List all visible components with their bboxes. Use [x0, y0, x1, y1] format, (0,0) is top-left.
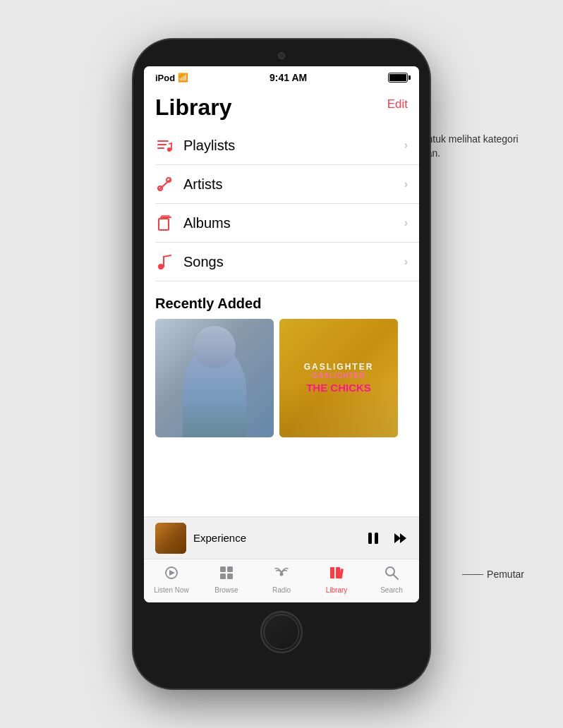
svg-point-8: [167, 178, 171, 182]
library-header: Library Edit: [144, 86, 419, 126]
tab-search[interactable]: Search: [364, 565, 419, 594]
edit-button[interactable]: Edit: [387, 95, 408, 114]
radio-label: Radio: [272, 586, 291, 594]
home-button[interactable]: [260, 611, 303, 653]
playlists-chevron: ›: [404, 139, 408, 152]
front-camera: [278, 52, 285, 59]
svg-point-12: [158, 264, 164, 269]
home-button-inner: [264, 614, 299, 650]
listen-now-icon: [164, 565, 179, 584]
artists-label: Artists: [183, 176, 404, 193]
svg-line-30: [394, 575, 398, 579]
status-right: [388, 73, 408, 83]
svg-marker-18: [400, 533, 406, 543]
svg-rect-16: [375, 533, 378, 544]
search-icon: [384, 565, 399, 584]
tab-browse[interactable]: Browse: [199, 565, 254, 594]
recently-added-header: Recently Added: [144, 281, 419, 319]
svg-rect-23: [220, 574, 226, 579]
menu-list: Playlists › Artists ›: [144, 126, 419, 281]
tab-library[interactable]: Library: [309, 565, 364, 594]
carrier-label: iPod: [155, 73, 175, 83]
player-controls: [365, 530, 408, 546]
svg-marker-20: [169, 570, 175, 576]
status-left: iPod 📶: [155, 73, 188, 83]
device: iPod 📶 9:41 AM Library Edit: [133, 40, 430, 688]
battery-icon: [388, 73, 408, 83]
album-thumb-2[interactable]: GASLIGHTER GASLIGHTER THE CHICKS: [279, 319, 398, 437]
svg-rect-21: [220, 566, 226, 572]
svg-line-14: [164, 255, 171, 257]
songs-label: Songs: [183, 254, 404, 270]
browse-label: Browse: [214, 586, 238, 594]
albums-icon: [155, 214, 181, 232]
player-album-art: [155, 523, 186, 554]
svg-point-25: [280, 573, 284, 576]
tab-radio[interactable]: Radio: [254, 565, 309, 594]
mini-player[interactable]: Experience: [144, 516, 419, 559]
albums-label: Albums: [183, 215, 404, 231]
playlists-label: Playlists: [183, 138, 404, 154]
svg-rect-24: [227, 574, 233, 579]
wifi-icon: 📶: [178, 73, 188, 83]
tab-bar: Listen Now Browse: [144, 559, 419, 602]
page-title: Library: [155, 95, 231, 121]
main-content: Library Edit: [144, 86, 419, 516]
listen-now-label: Listen Now: [154, 586, 188, 594]
svg-rect-26: [330, 567, 334, 578]
library-tab-label: Library: [326, 586, 348, 594]
radio-icon: [274, 565, 289, 584]
status-bar: iPod 📶 9:41 AM: [144, 66, 419, 86]
playlist-icon: [155, 136, 181, 154]
songs-icon: [155, 253, 181, 271]
tab-listen-now[interactable]: Listen Now: [144, 565, 199, 594]
svg-marker-17: [394, 533, 401, 543]
callout-player: Pemutar: [487, 569, 524, 580]
scene: Ketuk untuk melihat kategori tambahan. P…: [0, 0, 563, 728]
menu-item-artists[interactable]: Artists ›: [155, 165, 419, 204]
artists-chevron: ›: [404, 178, 408, 190]
svg-line-5: [169, 143, 171, 144]
songs-chevron: ›: [404, 255, 408, 268]
menu-item-albums[interactable]: Albums ›: [155, 204, 419, 243]
svg-rect-9: [159, 219, 169, 230]
status-time: 9:41 AM: [270, 72, 307, 83]
menu-item-songs[interactable]: Songs ›: [155, 243, 419, 281]
battery-fill: [389, 74, 406, 81]
albums-chevron: ›: [404, 217, 408, 229]
album-thumb-1[interactable]: [155, 319, 274, 437]
forward-button[interactable]: [392, 530, 408, 546]
player-info: Experience: [193, 532, 358, 544]
menu-item-playlists[interactable]: Playlists ›: [155, 126, 419, 165]
album-grid: GASLIGHTER GASLIGHTER THE CHICKS: [144, 319, 419, 437]
svg-rect-15: [368, 533, 372, 544]
pause-button[interactable]: [365, 530, 381, 546]
artist-icon: [155, 175, 181, 193]
library-icon: [329, 565, 344, 584]
search-label: Search: [380, 586, 403, 594]
browse-icon: [219, 565, 234, 584]
svg-rect-22: [227, 566, 233, 572]
screen: iPod 📶 9:41 AM Library Edit: [144, 66, 419, 602]
player-title: Experience: [193, 532, 358, 544]
svg-point-29: [386, 567, 394, 576]
